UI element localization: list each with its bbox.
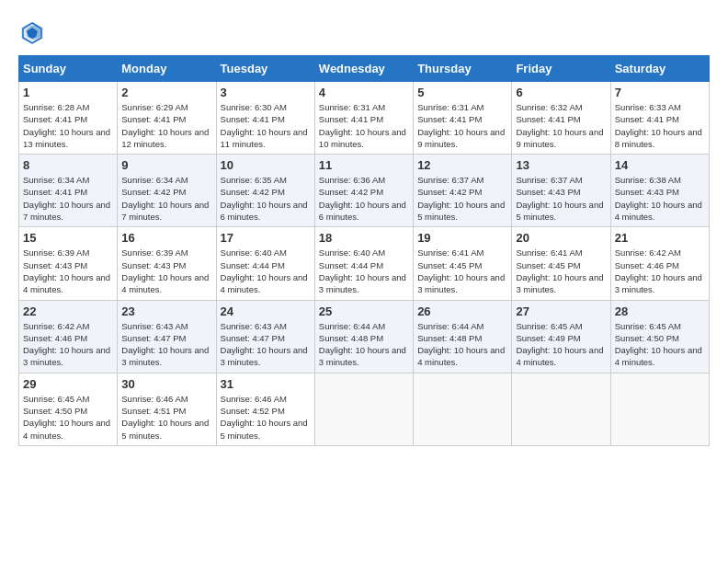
calendar-cell: 15 Sunrise: 6:39 AM Sunset: 4:43 PM Dayl… bbox=[19, 227, 118, 300]
day-number: 17 bbox=[221, 231, 311, 245]
logo[interactable] bbox=[18, 18, 50, 46]
calendar-cell: 25 Sunrise: 6:44 AM Sunset: 4:48 PM Dayl… bbox=[314, 300, 413, 373]
day-number: 15 bbox=[23, 231, 113, 245]
calendar-cell: 21 Sunrise: 6:42 AM Sunset: 4:46 PM Dayl… bbox=[610, 227, 709, 300]
day-number: 26 bbox=[417, 304, 507, 318]
calendar-cell: 31 Sunrise: 6:46 AM Sunset: 4:52 PM Dayl… bbox=[216, 373, 314, 445]
calendar-day-header: Thursday bbox=[414, 56, 512, 82]
calendar-cell bbox=[414, 373, 512, 445]
calendar-cell: 6 Sunrise: 6:32 AM Sunset: 4:41 PM Dayli… bbox=[512, 82, 610, 155]
calendar-cell: 4 Sunrise: 6:31 AM Sunset: 4:41 PM Dayli… bbox=[314, 82, 413, 155]
day-info: Sunrise: 6:29 AM Sunset: 4:41 PM Dayligh… bbox=[121, 101, 211, 150]
calendar-cell: 22 Sunrise: 6:42 AM Sunset: 4:46 PM Dayl… bbox=[19, 300, 118, 373]
day-info: Sunrise: 6:32 AM Sunset: 4:41 PM Dayligh… bbox=[516, 101, 606, 150]
calendar-cell: 12 Sunrise: 6:37 AM Sunset: 4:42 PM Dayl… bbox=[414, 155, 512, 227]
calendar-cell: 27 Sunrise: 6:45 AM Sunset: 4:49 PM Dayl… bbox=[512, 300, 610, 373]
calendar-cell: 23 Sunrise: 6:43 AM Sunset: 4:47 PM Dayl… bbox=[118, 300, 216, 373]
calendar-cell bbox=[512, 373, 610, 445]
calendar-day-header: Wednesday bbox=[314, 56, 413, 82]
day-info: Sunrise: 6:37 AM Sunset: 4:43 PM Dayligh… bbox=[516, 174, 606, 223]
day-info: Sunrise: 6:43 AM Sunset: 4:47 PM Dayligh… bbox=[221, 320, 311, 369]
calendar-cell: 29 Sunrise: 6:45 AM Sunset: 4:50 PM Dayl… bbox=[19, 373, 118, 445]
day-number: 12 bbox=[417, 158, 507, 172]
calendar-week-row: 22 Sunrise: 6:42 AM Sunset: 4:46 PM Dayl… bbox=[19, 300, 710, 373]
day-info: Sunrise: 6:44 AM Sunset: 4:48 PM Dayligh… bbox=[319, 320, 409, 369]
calendar-cell: 13 Sunrise: 6:37 AM Sunset: 4:43 PM Dayl… bbox=[512, 155, 610, 227]
day-info: Sunrise: 6:31 AM Sunset: 4:41 PM Dayligh… bbox=[319, 101, 409, 150]
page-header bbox=[18, 18, 710, 46]
day-number: 6 bbox=[516, 86, 606, 99]
day-number: 25 bbox=[319, 304, 409, 318]
day-info: Sunrise: 6:43 AM Sunset: 4:47 PM Dayligh… bbox=[121, 320, 211, 369]
calendar-week-row: 29 Sunrise: 6:45 AM Sunset: 4:50 PM Dayl… bbox=[19, 373, 710, 445]
day-number: 21 bbox=[615, 231, 705, 245]
calendar-cell: 8 Sunrise: 6:34 AM Sunset: 4:41 PM Dayli… bbox=[19, 155, 118, 227]
day-number: 28 bbox=[615, 304, 705, 318]
calendar-cell: 3 Sunrise: 6:30 AM Sunset: 4:41 PM Dayli… bbox=[216, 82, 314, 155]
day-info: Sunrise: 6:33 AM Sunset: 4:41 PM Dayligh… bbox=[615, 101, 705, 150]
day-info: Sunrise: 6:44 AM Sunset: 4:48 PM Dayligh… bbox=[417, 320, 507, 369]
day-number: 5 bbox=[417, 86, 507, 99]
day-number: 8 bbox=[23, 158, 113, 172]
day-info: Sunrise: 6:31 AM Sunset: 4:41 PM Dayligh… bbox=[417, 101, 507, 150]
day-info: Sunrise: 6:28 AM Sunset: 4:41 PM Dayligh… bbox=[23, 101, 113, 150]
day-number: 29 bbox=[23, 377, 113, 391]
calendar-cell: 28 Sunrise: 6:45 AM Sunset: 4:50 PM Dayl… bbox=[610, 300, 709, 373]
day-info: Sunrise: 6:37 AM Sunset: 4:42 PM Dayligh… bbox=[417, 174, 507, 223]
day-info: Sunrise: 6:34 AM Sunset: 4:41 PM Dayligh… bbox=[23, 174, 113, 223]
calendar-cell: 14 Sunrise: 6:38 AM Sunset: 4:43 PM Dayl… bbox=[610, 155, 709, 227]
day-info: Sunrise: 6:45 AM Sunset: 4:49 PM Dayligh… bbox=[516, 320, 606, 369]
calendar-cell: 1 Sunrise: 6:28 AM Sunset: 4:41 PM Dayli… bbox=[19, 82, 118, 155]
calendar-cell: 7 Sunrise: 6:33 AM Sunset: 4:41 PM Dayli… bbox=[610, 82, 709, 155]
day-number: 22 bbox=[23, 304, 113, 318]
day-info: Sunrise: 6:40 AM Sunset: 4:44 PM Dayligh… bbox=[221, 247, 311, 295]
day-number: 20 bbox=[516, 231, 606, 245]
calendar-header-row: SundayMondayTuesdayWednesdayThursdayFrid… bbox=[19, 56, 710, 82]
day-number: 19 bbox=[417, 231, 507, 245]
calendar-week-row: 1 Sunrise: 6:28 AM Sunset: 4:41 PM Dayli… bbox=[19, 82, 710, 155]
calendar-day-header: Friday bbox=[512, 56, 610, 82]
day-number: 18 bbox=[319, 231, 409, 245]
day-number: 27 bbox=[516, 304, 606, 318]
day-number: 24 bbox=[221, 304, 311, 318]
day-info: Sunrise: 6:39 AM Sunset: 4:43 PM Dayligh… bbox=[23, 247, 113, 295]
calendar-cell: 16 Sunrise: 6:39 AM Sunset: 4:43 PM Dayl… bbox=[118, 227, 216, 300]
day-number: 11 bbox=[319, 158, 409, 172]
calendar-cell: 9 Sunrise: 6:34 AM Sunset: 4:42 PM Dayli… bbox=[118, 155, 216, 227]
day-info: Sunrise: 6:34 AM Sunset: 4:42 PM Dayligh… bbox=[121, 174, 211, 223]
day-number: 10 bbox=[221, 158, 311, 172]
calendar-cell: 5 Sunrise: 6:31 AM Sunset: 4:41 PM Dayli… bbox=[414, 82, 512, 155]
day-info: Sunrise: 6:40 AM Sunset: 4:44 PM Dayligh… bbox=[319, 247, 409, 295]
day-info: Sunrise: 6:38 AM Sunset: 4:43 PM Dayligh… bbox=[615, 174, 705, 223]
calendar-day-header: Tuesday bbox=[216, 56, 314, 82]
calendar-cell: 26 Sunrise: 6:44 AM Sunset: 4:48 PM Dayl… bbox=[414, 300, 512, 373]
day-info: Sunrise: 6:45 AM Sunset: 4:50 PM Dayligh… bbox=[615, 320, 705, 369]
day-number: 14 bbox=[615, 158, 705, 172]
day-number: 4 bbox=[319, 86, 409, 99]
day-info: Sunrise: 6:41 AM Sunset: 4:45 PM Dayligh… bbox=[417, 247, 507, 295]
day-info: Sunrise: 6:35 AM Sunset: 4:42 PM Dayligh… bbox=[221, 174, 311, 223]
logo-icon bbox=[18, 18, 46, 46]
day-number: 3 bbox=[221, 86, 311, 99]
day-number: 30 bbox=[121, 377, 211, 391]
calendar-cell: 17 Sunrise: 6:40 AM Sunset: 4:44 PM Dayl… bbox=[216, 227, 314, 300]
day-info: Sunrise: 6:39 AM Sunset: 4:43 PM Dayligh… bbox=[121, 247, 211, 295]
day-number: 31 bbox=[221, 377, 311, 391]
calendar-cell: 18 Sunrise: 6:40 AM Sunset: 4:44 PM Dayl… bbox=[314, 227, 413, 300]
day-number: 23 bbox=[121, 304, 211, 318]
calendar-day-header: Monday bbox=[118, 56, 216, 82]
day-info: Sunrise: 6:46 AM Sunset: 4:51 PM Dayligh… bbox=[121, 393, 211, 442]
calendar-day-header: Sunday bbox=[19, 56, 118, 82]
calendar-cell: 10 Sunrise: 6:35 AM Sunset: 4:42 PM Dayl… bbox=[216, 155, 314, 227]
calendar-cell: 11 Sunrise: 6:36 AM Sunset: 4:42 PM Dayl… bbox=[314, 155, 413, 227]
calendar-cell: 19 Sunrise: 6:41 AM Sunset: 4:45 PM Dayl… bbox=[414, 227, 512, 300]
calendar-cell: 20 Sunrise: 6:41 AM Sunset: 4:45 PM Dayl… bbox=[512, 227, 610, 300]
day-number: 7 bbox=[615, 86, 705, 99]
day-info: Sunrise: 6:36 AM Sunset: 4:42 PM Dayligh… bbox=[319, 174, 409, 223]
day-info: Sunrise: 6:42 AM Sunset: 4:46 PM Dayligh… bbox=[615, 247, 705, 295]
day-number: 9 bbox=[121, 158, 211, 172]
day-number: 2 bbox=[121, 86, 211, 99]
day-number: 1 bbox=[23, 86, 113, 99]
day-number: 16 bbox=[121, 231, 211, 245]
day-info: Sunrise: 6:46 AM Sunset: 4:52 PM Dayligh… bbox=[221, 393, 311, 442]
